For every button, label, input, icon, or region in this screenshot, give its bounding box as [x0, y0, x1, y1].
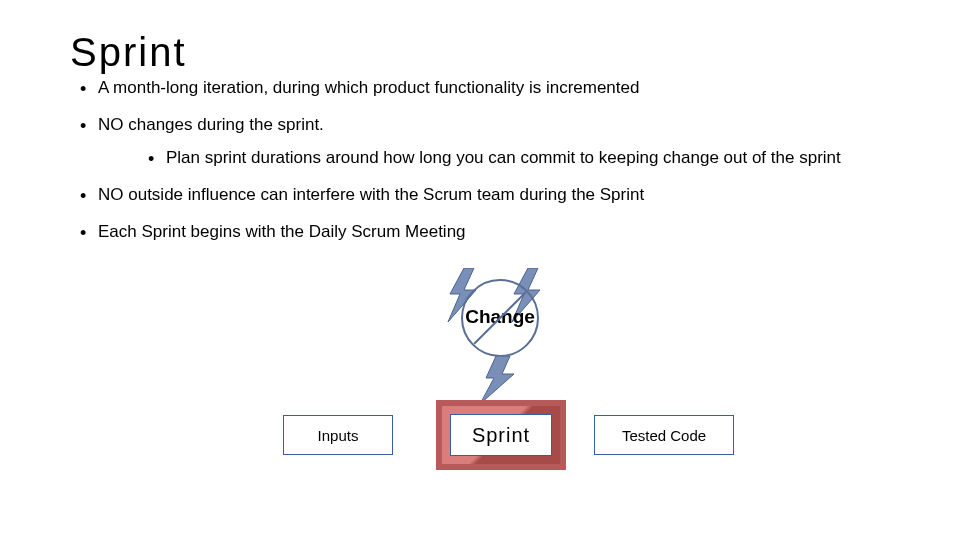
- slide-title: Sprint: [70, 30, 900, 75]
- sprint-label: Sprint: [472, 424, 530, 447]
- sprint-box: Sprint: [436, 400, 566, 470]
- tested-code-label: Tested Code: [622, 427, 706, 444]
- bullet-item: NO changes during the sprint. Plan sprin…: [80, 114, 900, 170]
- tested-code-box: Tested Code: [594, 415, 734, 455]
- svg-marker-4: [480, 356, 514, 404]
- diagram: Change Inputs Sprint: [0, 260, 960, 520]
- bullet-list: A month-long iteration, during which pro…: [60, 77, 900, 244]
- sub-bullet-item: Plan sprint durations around how long yo…: [148, 147, 900, 170]
- inputs-label: Inputs: [318, 427, 359, 444]
- svg-line-3: [474, 292, 526, 344]
- bullet-item: A month-long iteration, during which pro…: [80, 77, 900, 100]
- prohibition-icon: [458, 276, 542, 360]
- inputs-box: Inputs: [283, 415, 393, 455]
- bullet-item: Each Sprint begins with the Daily Scrum …: [80, 221, 900, 244]
- bullet-item: NO outside influence can interfere with …: [80, 184, 900, 207]
- bullet-text: NO changes during the sprint.: [98, 115, 324, 134]
